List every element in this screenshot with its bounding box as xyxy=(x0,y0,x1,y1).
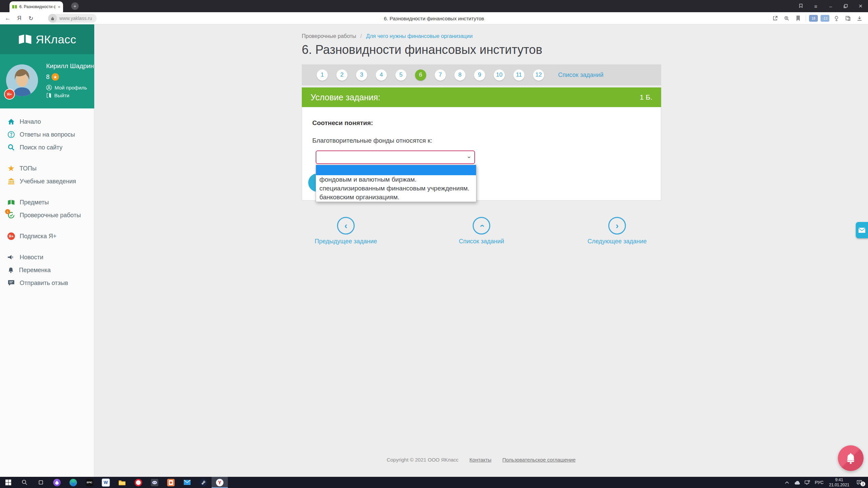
taskbar-app-discord[interactable] xyxy=(146,477,163,488)
tests-count-badge: 1 xyxy=(5,209,10,214)
sidebar-item-break[interactable]: Переменка xyxy=(0,264,94,277)
task-view-icon[interactable] xyxy=(33,477,49,488)
browser-menu-icon[interactable]: ≡ xyxy=(808,3,823,9)
profile-link[interactable]: Мой профиль xyxy=(46,85,94,90)
dropdown-option-1[interactable]: фондовым и валютным биржам. xyxy=(316,175,476,184)
sidebar-item-feedback[interactable]: Отправить отзыв xyxy=(0,277,94,289)
sidebar-item-schools[interactable]: Учебные заведения xyxy=(0,175,94,188)
collections-icon[interactable] xyxy=(842,12,854,24)
taskbar-app-steam[interactable] xyxy=(195,477,212,488)
chevron-down-icon: › xyxy=(466,156,473,158)
logout-link[interactable]: Выйти xyxy=(46,93,94,98)
task-list-button[interactable]: › Список заданий xyxy=(431,217,532,245)
dropdown-option-empty[interactable] xyxy=(316,165,476,175)
taskbar-search-icon[interactable] xyxy=(16,477,33,488)
next-task-button[interactable]: › Следующее задание xyxy=(566,217,668,245)
star-icon: ★ xyxy=(7,164,15,173)
sidebar-item-subjects[interactable]: Предметы xyxy=(0,196,94,209)
bookmark-icon[interactable] xyxy=(792,12,804,24)
condition-header: Условие задания: xyxy=(311,93,380,102)
dropdown-option-2[interactable]: специализированным финансовым учреждения… xyxy=(316,184,476,193)
taskbar-app-word[interactable]: W xyxy=(98,477,114,488)
feedback-mail-widget[interactable] xyxy=(856,222,868,238)
share-icon[interactable] xyxy=(769,12,781,24)
address-bar[interactable]: www.yaklass.ru xyxy=(48,14,97,23)
action-center-icon[interactable]: 3 xyxy=(852,480,866,485)
sidebar-item-tests[interactable]: 1 Проверочные работы xyxy=(0,209,94,222)
question-circle-icon xyxy=(7,131,15,138)
alice-mic-icon[interactable] xyxy=(831,12,842,24)
question-pill-4[interactable]: 4 xyxy=(376,69,387,81)
lock-icon[interactable] xyxy=(48,14,57,23)
tray-chevron-up-icon[interactable] xyxy=(782,481,792,484)
taskbar-app-edge[interactable] xyxy=(65,477,81,488)
megaphone-icon xyxy=(7,253,15,261)
reload-icon[interactable]: ↻ xyxy=(25,12,37,24)
sidebar-item-tops[interactable]: ★ ТОПы xyxy=(0,162,94,175)
zoom-icon[interactable] xyxy=(781,12,792,24)
question-pill-8[interactable]: 8 xyxy=(454,69,466,81)
question-pill-6-active[interactable]: 6 xyxy=(415,69,426,81)
previous-task-button[interactable]: ‹ Предыдущее задание xyxy=(295,217,397,245)
weather-extension-icon[interactable]: -13 xyxy=(821,15,829,22)
back-icon[interactable]: ← xyxy=(2,12,14,24)
taskbar: EPIC W Y РУС 9:41 21.01.2021 xyxy=(0,477,868,488)
yaklass-favicon-icon xyxy=(12,5,17,8)
taskbar-app-explorer[interactable] xyxy=(114,477,130,488)
clock[interactable]: 9:41 21.01.2021 xyxy=(826,477,852,488)
sidebar-item-answers[interactable]: Ответы на вопросы xyxy=(0,128,94,141)
question-pill-5[interactable]: 5 xyxy=(395,69,407,81)
onedrive-cloud-icon[interactable] xyxy=(792,481,802,485)
maximize-icon[interactable] xyxy=(838,3,853,9)
copyright-text: Copyright © 2021 ООО ЯКласс xyxy=(387,457,458,463)
taskbar-app-yandex-browser[interactable]: Y xyxy=(212,477,228,488)
breadcrumb-current-link[interactable]: Для чего нужны финансовые организации xyxy=(366,33,473,39)
close-window-icon[interactable]: × xyxy=(853,2,868,10)
sidebar-item-home[interactable]: Начало xyxy=(0,115,94,128)
start-button[interactable] xyxy=(0,477,16,488)
sidebar-item-news[interactable]: Новости xyxy=(0,251,94,264)
tasklist-link[interactable]: Список заданий xyxy=(558,72,604,79)
minimize-icon[interactable]: – xyxy=(823,3,838,9)
downloads-icon[interactable] xyxy=(854,12,865,24)
answer-select[interactable]: › xyxy=(316,150,475,164)
notification-bell-widget[interactable] xyxy=(838,445,864,471)
yaklass-logo[interactable]: ЯКласс xyxy=(0,24,94,54)
network-icon[interactable] xyxy=(802,480,812,485)
contacts-link[interactable]: Контакты xyxy=(470,457,492,463)
profile-link-label: Мой профиль xyxy=(55,85,87,90)
browser-tab[interactable]: 6. Разновидности фина × xyxy=(9,1,63,12)
chevron-left-icon: ‹ xyxy=(337,217,355,235)
question-pill-12[interactable]: 12 xyxy=(533,69,544,81)
side-panel-icon[interactable] xyxy=(793,3,808,9)
agreement-link[interactable]: Пользовательское соглашение xyxy=(502,457,576,463)
books-icon xyxy=(7,199,15,205)
page-title: 6. Разновидности финансовых институтов xyxy=(302,43,661,57)
language-indicator[interactable]: РУС xyxy=(812,480,826,485)
sidebar-item-search[interactable]: Поиск по сайту xyxy=(0,141,94,154)
question-pill-1[interactable]: 1 xyxy=(317,69,328,81)
taskbar-app-opera[interactable] xyxy=(130,477,146,488)
home-icon xyxy=(7,118,15,125)
question-pill-2[interactable]: 2 xyxy=(336,69,348,81)
new-tab-button[interactable]: + xyxy=(71,2,79,10)
taskbar-app-alice[interactable] xyxy=(49,477,65,488)
logout-link-label: Выйти xyxy=(54,93,69,98)
question-pill-9[interactable]: 9 xyxy=(474,69,485,81)
question-pill-3[interactable]: 3 xyxy=(356,69,367,81)
url-text: www.yaklass.ru xyxy=(59,16,92,21)
dropdown-option-3[interactable]: банковским организациям. xyxy=(316,193,476,202)
question-pill-10[interactable]: 10 xyxy=(494,69,505,81)
breadcrumb-parent[interactable]: Проверочные работы xyxy=(302,33,356,39)
taskbar-app-orange-document[interactable] xyxy=(163,477,179,488)
sidebar-item-yaplus[interactable]: Я+ Подписка Я+ xyxy=(0,230,94,243)
ya-plus-avatar-badge: Я+ xyxy=(4,89,15,100)
question-pill-11[interactable]: 11 xyxy=(513,69,525,81)
taskbar-app-epic[interactable]: EPIC xyxy=(81,477,98,488)
yandex-button-icon[interactable]: Я xyxy=(14,12,25,24)
question-pill-7[interactable]: 7 xyxy=(435,69,446,81)
chevron-up-icon: › xyxy=(473,217,490,235)
tab-close-icon[interactable]: × xyxy=(58,4,60,9)
taskbar-app-mail[interactable] xyxy=(179,477,195,488)
yandex-date-extension-icon[interactable]: 18 xyxy=(809,15,818,22)
